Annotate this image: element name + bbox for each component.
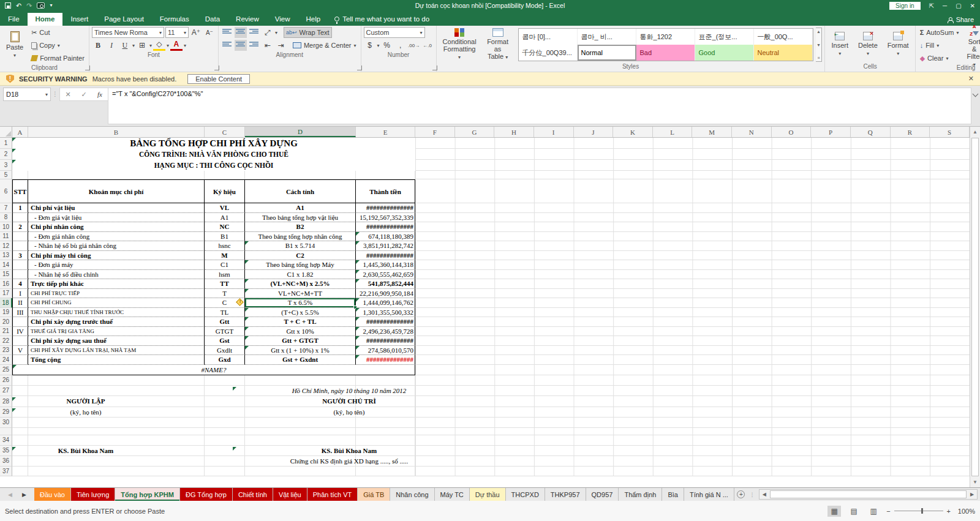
cell-D14[interactable]: Theo bảng tổng hợp Máy [245, 260, 356, 270]
horizontal-scroll-thumb[interactable] [770, 490, 967, 498]
align-middle-icon[interactable] [235, 27, 247, 38]
column-header-B[interactable]: B [28, 127, 205, 137]
row-header-37[interactable]: 37 [0, 467, 12, 476]
cell-style-item[interactable]: Neutral [754, 45, 813, 61]
scroll-left-icon[interactable]: ◀ [760, 490, 769, 499]
cell-C5[interactable] [205, 171, 245, 179]
cell-E11[interactable]: 674,118,180,389 [356, 232, 415, 242]
cell-C12[interactable]: hsnc [205, 241, 245, 251]
sheet-tab--u-v-o[interactable]: Đầu vào [34, 488, 71, 501]
cut-button[interactable]: ✂Cut [29, 27, 86, 38]
cell-E13[interactable]: ############## [356, 251, 415, 261]
sheet-tab-th-m-nh[interactable]: Thẩm định [619, 488, 662, 501]
cell-style-item[interactable]: Bad [636, 45, 695, 61]
cell-D19[interactable]: (T+C) x 5.5% [245, 308, 356, 318]
sort-filter-button[interactable]: AZ Sort &Filter ▾ [963, 28, 980, 63]
empty-cells-filler[interactable] [415, 203, 970, 213]
ribbon-display-options-icon[interactable]: ⇱ [929, 2, 934, 9]
title-cell[interactable]: BẢNG TỔNG HỢP CHI PHÍ XÂY DỰNG [12, 138, 415, 149]
cell-E23[interactable]: 274,586,010,570 [356, 346, 415, 356]
cell-E[interactable] [356, 428, 415, 435]
row-header-1[interactable]: 1 [0, 138, 12, 149]
row-header-8[interactable]: 8 [0, 213, 12, 223]
cell-style-item[interactable]: Good [695, 45, 754, 61]
cell-B14[interactable]: - Đơn giá máy [28, 260, 205, 270]
empty-cells-filler[interactable] [415, 407, 970, 418]
increase-indent-icon[interactable]: ⇥ [275, 40, 287, 51]
ribbon-tab-data[interactable]: Data [197, 13, 228, 26]
empty-cells-filler[interactable] [415, 213, 970, 223]
cell-C20[interactable]: Gtt [205, 317, 245, 327]
empty-cells-filler[interactable] [415, 251, 970, 261]
cell-D15[interactable]: C1 x 1.82 [245, 270, 356, 280]
insert-cells-button[interactable]: Insert▾ [827, 27, 852, 62]
column-header-K[interactable]: K [613, 127, 653, 137]
column-header-M[interactable]: M [692, 127, 732, 137]
cell-A30[interactable] [12, 418, 28, 428]
empty-cells-filler[interactable] [415, 396, 970, 407]
row-header-gap[interactable] [0, 428, 12, 435]
cell-A[interactable] [12, 428, 28, 435]
name-box[interactable]: D18▾ [3, 88, 51, 101]
empty-cells-filler[interactable] [415, 160, 970, 171]
cell-D21[interactable]: Gtt x 10% [245, 327, 356, 337]
cell-A27[interactable] [12, 386, 28, 396]
align-center-icon[interactable] [235, 40, 247, 51]
cell-C16[interactable]: TT [205, 279, 245, 289]
cell-D20[interactable]: T + C + TL [245, 317, 356, 327]
cell-E22[interactable]: ############## [356, 336, 415, 346]
cell-C21[interactable]: GTGT [205, 327, 245, 337]
row-header-36[interactable]: 36 [0, 456, 12, 467]
cell-D26[interactable] [245, 375, 356, 386]
column-header-N[interactable]: N [732, 127, 772, 137]
tab-bar-splitter[interactable]: ⋮ [748, 488, 756, 501]
ribbon-tab-page-layout[interactable]: Page Layout [96, 13, 152, 26]
page-layout-view-icon[interactable]: ▤ [847, 506, 861, 517]
table-header-E[interactable]: Thành tiền [356, 179, 415, 203]
collapse-ribbon-icon[interactable]: ⌃ [970, 64, 975, 70]
cell-D17[interactable]: VL+NC+M+TT [245, 289, 356, 299]
insert-function-icon[interactable]: fx [92, 91, 108, 98]
cell-E37[interactable] [356, 467, 415, 476]
cell-B18[interactable]: CHI PHÍ CHUNG [28, 298, 205, 308]
cell-A15[interactable] [12, 270, 28, 280]
row-header-18[interactable]: 18 [0, 298, 12, 308]
column-header-E[interactable]: E [356, 127, 415, 137]
row-header-20[interactable]: 20 [0, 317, 12, 327]
cell-B23[interactable]: CHI PHÍ XÂY DỰNG LÁN TRẠI, NHÀ TẠM [28, 346, 205, 356]
cell-D16[interactable]: (VL+NC+M) x 2.5% [245, 279, 356, 289]
column-header-R[interactable]: R [891, 127, 930, 137]
empty-cells-filler[interactable] [415, 298, 970, 308]
cell-style-item[interactable]: 一般_00Q... [754, 29, 813, 45]
cell-E14[interactable]: 1,445,360,144,318 [356, 260, 415, 270]
scroll-right-icon[interactable]: ▶ [967, 490, 977, 499]
name-error-cell[interactable]: #NAME? [12, 365, 415, 375]
ribbon-tab-home[interactable]: Home [28, 13, 63, 26]
tell-me-box[interactable]: Tell me what you want to do [328, 13, 435, 26]
select-all-corner[interactable] [0, 127, 12, 137]
column-header-C[interactable]: C [205, 127, 245, 137]
conditional-formatting-button[interactable]: ConditionalFormatting ▾ [439, 27, 480, 62]
cell-style-item[interactable]: 千分位_00Q39... [519, 45, 578, 61]
align-bottom-icon[interactable] [248, 27, 260, 38]
cell-B19[interactable]: THU NHẬP CHỊU THUẾ TÍNH TRƯỚC [28, 308, 205, 318]
row-header-2[interactable]: 2 [0, 149, 12, 160]
new-sheet-button[interactable]: + [734, 488, 748, 501]
font-color-icon[interactable]: A [170, 40, 183, 51]
percent-icon[interactable]: % [381, 40, 393, 51]
sheet-tab-t-ng-h-p-kphm[interactable]: Tổng hợp KPHM [115, 488, 180, 501]
empty-cells-filler[interactable] [415, 446, 970, 456]
cell-A12[interactable] [12, 241, 28, 251]
ribbon-tab-insert[interactable]: Insert [62, 13, 96, 26]
cell-C19[interactable]: TL [205, 308, 245, 318]
cell-D34[interactable] [245, 435, 356, 446]
underline-icon[interactable]: U [119, 40, 131, 51]
sheet-tab-v-t-li-u[interactable]: Vật liệu [273, 488, 307, 501]
column-header-J[interactable]: J [574, 127, 614, 137]
cell-C13[interactable]: M [205, 251, 245, 261]
font-name-combo[interactable]: Times New Roma▾ [92, 27, 164, 38]
format-as-table-button[interactable]: Format asTable ▾ [483, 27, 513, 62]
merge-center-button[interactable]: Merge & Center▾ [291, 40, 358, 51]
cancel-formula-icon[interactable]: ✕ [60, 91, 76, 99]
cell-A11[interactable] [12, 232, 28, 242]
